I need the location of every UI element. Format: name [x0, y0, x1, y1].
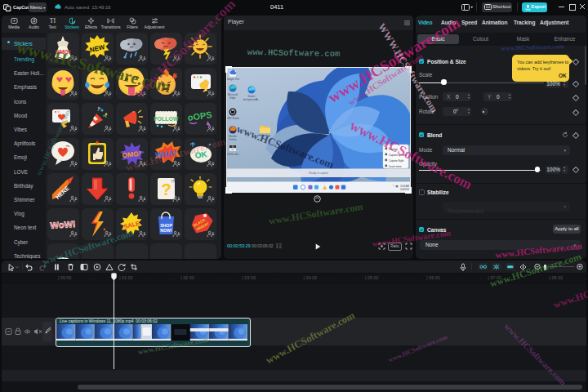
- svg-text:OK: OK: [194, 149, 207, 160]
- svg-text:?: ?: [161, 180, 171, 198]
- svg-text:NOW!: NOW!: [160, 228, 172, 233]
- svg-text:FOLLOW: FOLLOW: [154, 116, 179, 122]
- svg-text:WoW!: WoW!: [50, 219, 76, 230]
- svg-text:oOPS: oOPS: [186, 109, 212, 122]
- svg-text:!?: !?: [172, 179, 175, 184]
- svg-text:OMG!: OMG!: [55, 49, 70, 55]
